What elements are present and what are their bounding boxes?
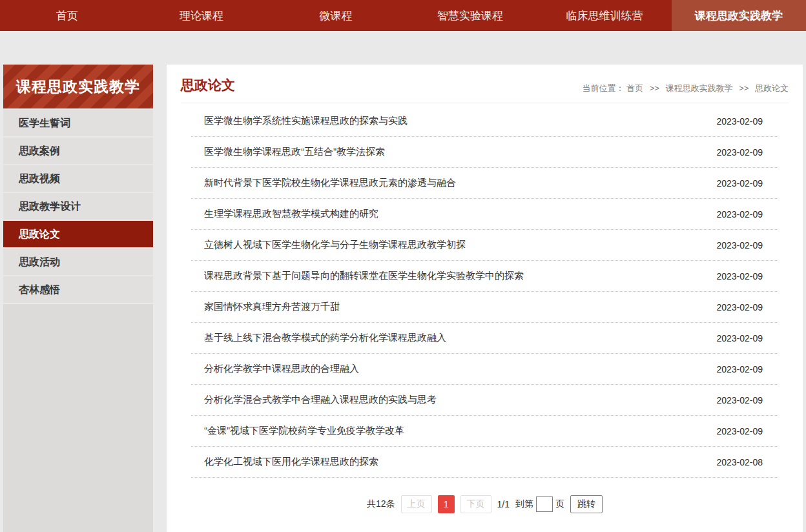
article-date: 2023-02-09 <box>716 116 777 127</box>
breadcrumb-home[interactable]: 首页 <box>626 83 643 93</box>
article-link[interactable]: 家国情怀求真理方舟苦渡万千甜 <box>204 301 340 313</box>
article-link[interactable]: 基于线上线下混合教学模式的药学分析化学课程思政融入 <box>204 332 446 344</box>
nav-item[interactable]: 课程思政实践教学 <box>672 0 806 31</box>
article-date: 2023-02-09 <box>716 364 777 374</box>
nav-item[interactable]: 临床思维训练营 <box>537 0 672 31</box>
sidebar-item[interactable]: 思政教学设计 <box>3 193 153 220</box>
article-date: 2023-02-09 <box>716 333 777 343</box>
sidebar-title: 课程思政实践教学 <box>3 65 153 108</box>
article-list: 医学微生物学系统性实施课程思政的探索与实践 2023-02-09 医学微生物学课… <box>191 106 778 478</box>
sidebar-item[interactable]: 杏林感悟 <box>3 276 153 303</box>
pagination-goto: 到第 页 <box>515 496 564 512</box>
article-date: 2023-02-09 <box>716 395 777 405</box>
article-row: 基于线上线下混合教学模式的药学分析化学课程思政融入 2023-02-09 <box>191 323 778 354</box>
article-date: 2023-02-09 <box>716 271 777 281</box>
article-row: 化学化工视域下医用化学课程思政的探索 2023-02-08 <box>191 447 778 478</box>
sidebar-item[interactable]: 思政视频 <box>3 165 153 192</box>
article-date: 2023-02-09 <box>716 147 777 158</box>
article-row: 生理学课程思政智慧教学模式构建的研究 2023-02-09 <box>191 199 778 230</box>
article-link[interactable]: 化学化工视域下医用化学课程思政的探索 <box>204 456 378 468</box>
article-row: 新时代背景下医学院校生物化学课程思政元素的渗透与融合 2023-02-09 <box>191 168 778 199</box>
sidebar-item[interactable]: 思政活动 <box>3 249 153 275</box>
current-page-button[interactable]: 1 <box>438 495 455 513</box>
article-row: 医学微生物学系统性实施课程思政的探索与实践 2023-02-09 <box>191 106 778 137</box>
article-date: 2023-02-09 <box>716 209 777 220</box>
goto-prefix-label: 到第 <box>515 498 533 510</box>
article-link[interactable]: 分析化学混合式教学中合理融入课程思政的实践与思考 <box>204 394 437 406</box>
article-row: 分析化学混合式教学中合理融入课程思政的实践与思考 2023-02-09 <box>191 385 778 416</box>
sidebar: 课程思政实践教学 医学生誓词 思政案例 思政视频 思政教学设计 思政论文 思政活… <box>3 65 153 532</box>
breadcrumb-section[interactable]: 课程思政实践教学 <box>666 83 733 93</box>
sidebar-item[interactable]: 医学生誓词 <box>3 110 153 136</box>
pagination: 共12条 上页 1 下页 1/1 到第 页 跳转 <box>181 495 789 513</box>
top-navigation: 首页 理论课程 微课程 智慧实验课程 临床思维训练营 课程思政实践教学 <box>0 0 806 31</box>
pagination-ratio: 1/1 <box>497 499 510 509</box>
article-link[interactable]: 生理学课程思政智慧教学模式构建的研究 <box>204 208 378 220</box>
article-row: 立德树人视域下医学生物化学与分子生物学课程思政教学初探 2023-02-09 <box>191 230 778 261</box>
sidebar-menu: 医学生誓词 思政案例 思政视频 思政教学设计 思政论文 思政活动 杏林感悟 <box>3 108 153 303</box>
breadcrumb-prefix: 当前位置： <box>583 83 625 93</box>
article-row: 医学微生物学课程思政“五结合”教学法探索 2023-02-09 <box>191 137 778 168</box>
article-link[interactable]: 课程思政背景下基于问题导向的翻转课堂在医学生物化学实验教学中的探索 <box>204 270 524 282</box>
nav-item[interactable]: 理论课程 <box>134 0 269 31</box>
goto-suffix-label: 页 <box>555 498 564 510</box>
nav-item[interactable]: 智慧实验课程 <box>403 0 537 31</box>
breadcrumb-separator: >> <box>650 83 659 93</box>
sidebar-filler <box>3 304 153 532</box>
article-date: 2023-02-09 <box>716 240 777 251</box>
article-date: 2023-02-09 <box>716 426 777 436</box>
article-link[interactable]: 分析化学教学中课程思政的合理融入 <box>204 363 359 375</box>
content-panel: 思政论文 当前位置： 首页 >> 课程思政实践教学 >> 思政论文 医学微生物学… <box>167 65 803 532</box>
pagination-total: 共12条 <box>367 498 395 510</box>
page-number-input[interactable] <box>536 496 553 512</box>
breadcrumb: 当前位置： 首页 >> 课程思政实践教学 >> 思政论文 <box>583 83 789 94</box>
nav-item[interactable]: 首页 <box>0 0 134 31</box>
sidebar-item[interactable]: 思政案例 <box>3 138 153 164</box>
article-row: 分析化学教学中课程思政的合理融入 2023-02-09 <box>191 354 778 385</box>
article-date: 2023-02-08 <box>716 457 777 467</box>
article-link[interactable]: 新时代背景下医学院校生物化学课程思政元素的渗透与融合 <box>204 177 456 189</box>
article-row: 家国情怀求真理方舟苦渡万千甜 2023-02-09 <box>191 292 778 323</box>
page-layout: 课程思政实践教学 医学生誓词 思政案例 思政视频 思政教学设计 思政论文 思政活… <box>0 31 806 532</box>
article-link[interactable]: 立德树人视域下医学生物化学与分子生物学课程思政教学初探 <box>204 239 466 251</box>
content-header: 思政论文 当前位置： 首页 >> 课程思政实践教学 >> 思政论文 <box>181 76 789 103</box>
article-link[interactable]: 医学微生物学课程思政“五结合”教学法探索 <box>204 146 385 158</box>
breadcrumb-separator: >> <box>739 83 749 93</box>
article-date: 2023-02-09 <box>716 302 777 312</box>
prev-page-button[interactable]: 上页 <box>401 495 432 513</box>
nav-item[interactable]: 微课程 <box>269 0 403 31</box>
breadcrumb-current[interactable]: 思政论文 <box>755 83 789 93</box>
next-page-button[interactable]: 下页 <box>460 495 491 513</box>
sidebar-item[interactable]: 思政论文 <box>3 221 153 247</box>
jump-button[interactable]: 跳转 <box>570 495 603 513</box>
article-link[interactable]: “金课”视域下医学院校药学专业免疫学教学改革 <box>204 425 404 437</box>
article-link[interactable]: 医学微生物学系统性实施课程思政的探索与实践 <box>204 115 408 127</box>
article-row: “金课”视域下医学院校药学专业免疫学教学改革 2023-02-09 <box>191 416 778 447</box>
page-title: 思政论文 <box>181 76 235 94</box>
article-row: 课程思政背景下基于问题导向的翻转课堂在医学生物化学实验教学中的探索 2023-0… <box>191 261 778 292</box>
article-date: 2023-02-09 <box>716 178 777 189</box>
